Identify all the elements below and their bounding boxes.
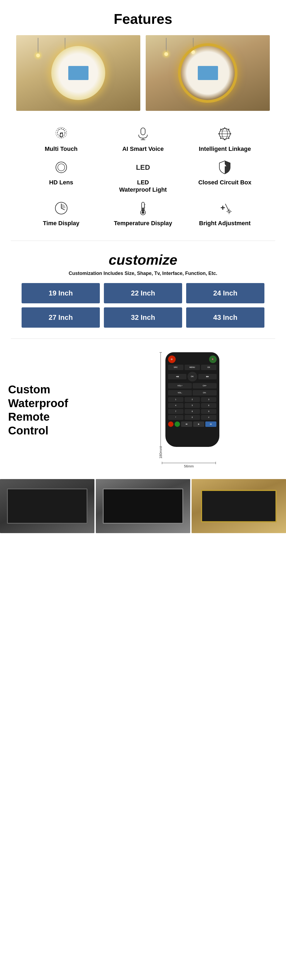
size-24-inch[interactable]: 24 Inch [186, 283, 264, 303]
svg-rect-7 [141, 128, 145, 135]
remote-btn-5[interactable]: 5 [185, 403, 200, 408]
remote-wrapper: 180mm ⏻ 🔇 SRC MENU OK ◀◀ [159, 352, 220, 458]
circle-lens-icon [53, 158, 70, 177]
bright-adjustment-label: Bright Adjustment [199, 220, 251, 227]
section-divider-1 [11, 240, 275, 241]
time-display-label: Time Display [43, 220, 79, 227]
height-dim-label: 180mm [159, 447, 163, 458]
remote-btn-6[interactable]: 6 [201, 403, 216, 408]
remote-btn-4[interactable]: 4 [168, 403, 183, 408]
svg-point-30 [142, 211, 144, 214]
intelligent-linkage-label: Intelligent Linkage [199, 145, 251, 153]
svg-line-27 [61, 208, 65, 210]
remote-btn-vol-up[interactable]: VOL+ [168, 383, 192, 388]
size-19-inch[interactable]: 19 Inch [22, 283, 100, 303]
microphone-icon [135, 124, 151, 143]
feature-temperature-display: Temperature Display [103, 199, 182, 227]
size-22-inch[interactable]: 22 Inch [104, 283, 182, 303]
mirror-image-right [146, 35, 270, 111]
remote-btn-ok[interactable]: OK [201, 365, 216, 370]
remote-btn-prev[interactable]: ◀◀ [168, 374, 186, 379]
svg-point-2 [60, 132, 61, 134]
remote-btn-0[interactable]: 0 [185, 415, 200, 420]
customize-section: customize Customization Includes Size, S… [0, 243, 286, 336]
hd-lens-label: HD Lens [49, 179, 73, 186]
led-text-icon: LED [136, 158, 150, 177]
remote-btn-3[interactable]: 3 [201, 397, 216, 402]
svg-point-22 [228, 138, 229, 139]
svg-line-5 [58, 129, 59, 129]
remote-mute-btn[interactable]: 🔇 [209, 355, 216, 363]
feature-bright-adjustment: + Bright Adjustment [185, 199, 264, 227]
remote-btn-rwd[interactable]: ⏮ [181, 422, 192, 427]
bottom-product-images [0, 479, 286, 539]
product-image-2 [96, 479, 190, 533]
ai-smart-voice-label: AI Smart Voice [122, 145, 164, 153]
remote-btn-8[interactable]: 8 [185, 409, 200, 414]
product-image-1 [0, 479, 95, 533]
feature-closed-circuit: Closed Circuit Box [185, 158, 264, 193]
remote-btn-star[interactable]: * [168, 415, 183, 420]
customize-title: customize [14, 252, 272, 268]
remote-btn-menu[interactable]: MENU [185, 365, 200, 370]
remote-section: Custom Waterproof Remote Control 180mm ⏻ [0, 342, 286, 479]
product-image-3 [191, 479, 286, 533]
width-dim-label: 56mm [184, 464, 194, 468]
remote-btn-play[interactable]: ▶ [193, 422, 204, 427]
size-43-inch[interactable]: 43 Inch [186, 307, 264, 328]
size-32-inch[interactable]: 32 Inch [104, 307, 182, 328]
svg-point-0 [57, 129, 65, 137]
width-dimension: 56mm [162, 461, 216, 468]
globe-gear-icon [216, 124, 233, 143]
remote-btn-ch-up[interactable]: CH+ [193, 383, 216, 388]
svg-line-36 [225, 204, 230, 213]
svg-point-24 [58, 164, 65, 171]
clock-icon [53, 199, 70, 218]
remote-btn-green[interactable] [175, 422, 180, 427]
remote-power-btn[interactable]: ⏻ [168, 355, 175, 363]
feature-hd-lens: HD Lens [22, 158, 101, 193]
remote-control-body: ⏻ 🔇 SRC MENU OK ◀◀ OK ▶▶ VO [165, 352, 220, 447]
remote-btn-hash[interactable]: # [201, 415, 216, 420]
svg-line-6 [63, 129, 64, 129]
closed-circuit-label: Closed Circuit Box [198, 179, 251, 186]
features-section: Features [0, 0, 286, 238]
remote-btn-next[interactable]: ▶▶ [198, 374, 216, 379]
mirror-images-container [5, 35, 281, 111]
svg-point-15 [224, 127, 225, 129]
svg-point-21 [220, 138, 221, 139]
remote-height-line: 180mm [159, 352, 163, 458]
size-grid: 19 Inch 22 Inch 24 Inch 27 Inch 32 Inch … [22, 283, 264, 328]
remote-btn-ok2[interactable]: OK [188, 372, 197, 382]
touch-icon [53, 124, 70, 143]
remote-btn-ch-down[interactable]: CH- [193, 390, 216, 396]
svg-point-20 [228, 129, 229, 130]
remote-btn-vol-down[interactable]: VOL- [168, 390, 192, 396]
shield-icon [216, 158, 233, 177]
thermometer-icon [135, 199, 151, 218]
svg-point-17 [218, 133, 220, 134]
svg-rect-31 [142, 208, 144, 212]
svg-point-3 [62, 132, 63, 134]
brightness-icon: + [216, 199, 233, 218]
svg-point-18 [230, 133, 231, 134]
remote-btn-9[interactable]: 9 [201, 409, 216, 414]
size-27-inch[interactable]: 27 Inch [22, 307, 100, 328]
remote-btn-1[interactable]: 1 [168, 397, 183, 402]
svg-point-23 [56, 162, 66, 173]
multi-touch-label: Multi Touch [45, 145, 78, 153]
remote-diagram: 180mm ⏻ 🔇 SRC MENU OK ◀◀ [100, 352, 278, 468]
customize-subtitle: Customization Includes Size, Shape, Tv, … [14, 270, 272, 276]
remote-btn-2[interactable]: 2 [185, 397, 200, 402]
features-grid: Multi Touch AI Smart Voice [22, 122, 264, 230]
svg-point-19 [220, 129, 221, 130]
remote-btn-7[interactable]: 7 [168, 409, 183, 414]
remote-btn-source[interactable]: SRC [168, 365, 183, 370]
remote-btn-fwd[interactable]: ⏭ [205, 422, 216, 427]
mirror-image-left [16, 35, 140, 111]
features-title: Features [5, 11, 281, 27]
feature-ai-smart-voice: AI Smart Voice [103, 124, 182, 153]
remote-label: Custom Waterproof Remote Control [8, 383, 89, 438]
feature-led-waterproof: LED LED Waterproof Light [103, 158, 182, 193]
remote-btn-red[interactable] [168, 422, 174, 427]
